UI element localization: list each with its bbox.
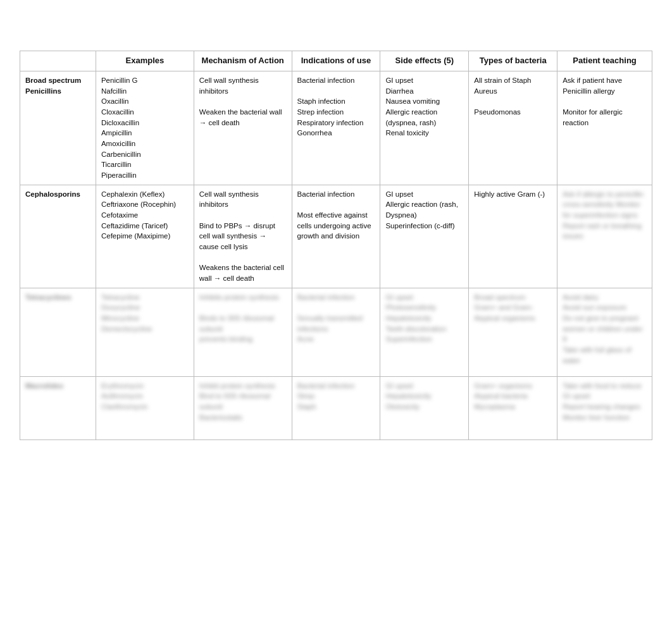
col-header-teaching: Patient teaching [557, 51, 652, 71]
main-table-wrapper: Examples Mechanism of Action Indications… [20, 51, 652, 440]
cell-examples-cephalosporins: Cephalexin (Keflex) Ceftriaxone (Rocephi… [96, 185, 194, 288]
cell-side-effects-blurred-3: GI upsetPhotosensitivityHepatotoxicityTe… [380, 288, 469, 376]
row-label-penicillins: Broad spectrumPenicillins [20, 71, 96, 185]
col-header-mechanism: Mechanism of Action [194, 51, 292, 71]
cell-side-effects-blurred-4: GI upsetHepatotoxicityOtotoxicity [380, 376, 469, 439]
cell-mechanism-blurred-4: Inhibit protein synthesisBind to 50S rib… [194, 376, 292, 439]
cell-indications-blurred-3: Bacterial infectionSexually transmitted … [292, 288, 380, 376]
cell-side-effects-cephalosporins: GI upset Allergic reaction (rash, Dyspne… [380, 185, 469, 288]
col-header-side-effects: Side effects (5) [380, 51, 469, 71]
cell-indications-cephalosporins: Bacterial infection Most effective again… [292, 185, 380, 288]
cell-mechanism-cephalosporins: Cell wall synthesis inhibitors Bind to P… [194, 185, 292, 288]
cell-bacteria-cephalosporins: Highly active Gram (-) [469, 185, 557, 288]
cell-teaching-cephalosporins: Ask if allergic to penicillin cross-sens… [557, 185, 652, 288]
antibiotic-table: Examples Mechanism of Action Indications… [20, 51, 652, 440]
col-header-indications: Indications of use [292, 51, 380, 71]
row-label-blurred-4: Macrolides [20, 376, 96, 439]
cell-side-effects-penicillins: GI upset Diarrhea Nausea vomiting Allerg… [380, 71, 469, 185]
cell-mechanism-blurred-3: Inhibits protein synthesisBinds to 30S r… [194, 288, 292, 376]
cell-examples-penicillins: Penicillin G Nafcillin Oxacillin Cloxaci… [96, 71, 194, 185]
cell-bacteria-blurred-4: Gram+ organismsAtypical bacteriaMycoplas… [469, 376, 557, 439]
row-label-blurred-3: Tetracyclines [20, 288, 96, 376]
cell-bacteria-penicillins: All strain of Staph Aureus Pseudomonas [469, 71, 557, 185]
table-row: Cephalosporins Cephalexin (Keflex) Ceftr… [20, 185, 652, 288]
cell-examples-blurred-4: ErythromycinAzithromycinClarithromycin [96, 376, 194, 439]
cell-teaching-penicillins: Ask if patient have Penicillin allergy M… [557, 71, 652, 185]
col-header-category [20, 51, 96, 71]
row-label-cephalosporins: Cephalosporins [20, 185, 96, 288]
table-row: Tetracyclines TetracyclineDoxycyclineMin… [20, 288, 652, 376]
col-header-bacteria: Types of bacteria [469, 51, 557, 71]
header-row: Examples Mechanism of Action Indications… [20, 51, 652, 71]
table-row: Broad spectrumPenicillins Penicillin G N… [20, 71, 652, 185]
cell-teaching-blurred-3: Avoid dairyAvoid sun exposureDo not give… [557, 288, 652, 376]
table-row: Macrolides ErythromycinAzithromycinClari… [20, 376, 652, 439]
cell-indications-penicillins: Bacterial infection Staph infection Stre… [292, 71, 380, 185]
cell-indications-blurred-4: Bacterial infectionStrepStaph [292, 376, 380, 439]
cell-mechanism-penicillins: Cell wall synthesis inhibitors Weaken th… [194, 71, 292, 185]
cell-teaching-blurred-4: Take with food to reduce GI upsetReport … [557, 376, 652, 439]
col-header-examples: Examples [96, 51, 194, 71]
cell-examples-blurred-3: TetracyclineDoxycyclineMinocyclineDemecl… [96, 288, 194, 376]
cell-bacteria-blurred-3: Broad spectrumGram+ and Gram-Atypical or… [469, 288, 557, 376]
